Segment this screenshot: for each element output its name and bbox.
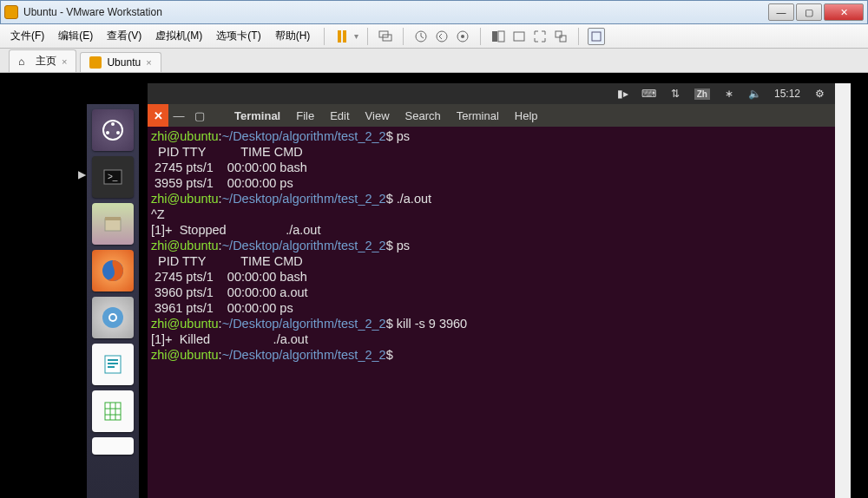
library-icon[interactable] <box>588 28 605 45</box>
terminal-maximize-button[interactable]: ▢ <box>189 104 210 127</box>
menu-edit[interactable]: 编辑(E) <box>53 25 98 47</box>
gear-icon[interactable]: ⚙ <box>812 87 826 101</box>
terminal-window: ✕ — ▢ Terminal File Edit View Search Ter… <box>148 104 835 498</box>
snapshot-icon[interactable] <box>412 28 430 45</box>
tab-ubuntu-label: Ubuntu <box>107 56 141 69</box>
svg-text:>_: >_ <box>108 172 118 181</box>
usb-icon[interactable]: ▮▸ <box>616 87 630 101</box>
terminal-titlebar[interactable]: ✕ — ▢ Terminal File Edit View Search Ter… <box>148 104 835 127</box>
volume-icon[interactable]: 🔈 <box>748 87 762 101</box>
vm-icon <box>89 56 102 69</box>
menu-tabs[interactable]: 选项卡(T) <box>211 25 266 47</box>
keyboard-icon[interactable]: ⌨ <box>642 87 656 101</box>
firefox-icon[interactable] <box>92 250 134 292</box>
terminal-minimize-button[interactable]: — <box>168 104 189 127</box>
menu-help[interactable]: 帮助(H) <box>270 25 316 47</box>
svg-rect-25 <box>108 359 118 361</box>
svg-point-15 <box>106 131 109 134</box>
files-icon[interactable] <box>92 203 134 245</box>
send-ctrl-alt-del-icon[interactable] <box>377 28 394 45</box>
minimize-button[interactable]: — <box>768 3 794 21</box>
home-icon: ⌂ <box>18 56 30 68</box>
svg-point-14 <box>116 131 120 134</box>
terminal-menu-edit[interactable]: Edit <box>325 109 354 122</box>
svg-rect-18 <box>105 219 121 231</box>
ubuntu-top-panel: ▮▸ ⌨ ⇅ Zh ∗ 🔈 15:12 ⚙ <box>148 83 835 104</box>
svg-rect-26 <box>108 363 118 364</box>
menu-view[interactable]: 查看(V) <box>102 25 147 47</box>
terminal-menu-file[interactable]: File <box>291 109 319 122</box>
tab-ubuntu[interactable]: Ubuntu × <box>80 52 161 72</box>
svg-rect-10 <box>560 36 566 42</box>
vmware-tabs: ⌂ 主页 × Ubuntu × <box>0 49 868 73</box>
tab-home[interactable]: ⌂ 主页 × <box>9 49 76 72</box>
svg-rect-19 <box>105 217 121 220</box>
writer-icon[interactable] <box>92 344 134 385</box>
terminal-icon[interactable]: >_ <box>92 156 134 198</box>
terminal-body[interactable]: zhi@ubuntu:~/Desktop/algorithm/test_2_2$… <box>148 127 835 498</box>
terminal-menu-search[interactable]: Search <box>400 109 446 122</box>
terminal-close-button[interactable]: ✕ <box>148 104 168 127</box>
svg-rect-27 <box>108 366 115 368</box>
impress-icon[interactable] <box>92 437 134 455</box>
svg-rect-28 <box>105 403 121 420</box>
close-button[interactable]: ✕ <box>824 3 864 21</box>
window-title: Ubuntu - VMware Workstation <box>23 6 768 18</box>
clock[interactable]: 15:12 <box>774 88 800 100</box>
terminal-menu-terminal[interactable]: Terminal <box>451 109 504 122</box>
maximize-button[interactable]: ▢ <box>796 3 822 21</box>
network-icon[interactable]: ⇅ <box>668 87 682 101</box>
svg-point-5 <box>461 35 464 38</box>
scrollbar[interactable] <box>835 83 851 498</box>
vmware-icon <box>4 5 18 19</box>
tab-close-icon[interactable]: × <box>146 57 151 68</box>
svg-point-3 <box>437 31 447 42</box>
tab-home-label: 主页 <box>36 54 56 69</box>
svg-rect-11 <box>592 32 601 41</box>
show-console-icon[interactable] <box>490 28 507 45</box>
window-titlebar: Ubuntu - VMware Workstation — ▢ ✕ <box>0 0 868 24</box>
separator <box>480 28 481 45</box>
ubuntu-launcher: >_ <box>87 104 139 498</box>
launcher-running-arrow: ▶ <box>78 168 86 180</box>
svg-rect-9 <box>556 31 562 37</box>
menu-file[interactable]: 文件(F) <box>5 25 49 47</box>
separator <box>367 28 368 45</box>
svg-point-23 <box>110 315 115 320</box>
separator <box>324 28 325 45</box>
dash-icon[interactable] <box>92 109 134 151</box>
unity-icon[interactable] <box>552 28 569 45</box>
tab-close-icon[interactable]: × <box>62 56 67 67</box>
thumbnails-icon[interactable] <box>510 28 528 45</box>
separator <box>578 28 579 45</box>
terminal-menu-view[interactable]: View <box>360 109 395 122</box>
svg-rect-8 <box>514 32 524 41</box>
manage-icon[interactable] <box>454 28 471 45</box>
vm-display: ▮▸ ⌨ ⇅ Zh ∗ 🔈 15:12 ⚙ >_ ▶ ✕ — ▢ Termina… <box>0 73 868 498</box>
calc-icon[interactable] <box>92 390 134 432</box>
chromium-icon[interactable] <box>92 297 134 338</box>
window-controls: — ▢ ✕ <box>768 3 864 21</box>
revert-icon[interactable] <box>433 28 450 45</box>
svg-point-13 <box>111 122 115 126</box>
ime-indicator[interactable]: Zh <box>694 88 710 100</box>
menu-vm[interactable]: 虚拟机(M) <box>150 25 207 47</box>
svg-rect-7 <box>498 31 504 42</box>
svg-rect-6 <box>492 31 497 42</box>
separator <box>403 28 404 45</box>
fullscreen-icon[interactable] <box>531 28 549 45</box>
pause-button[interactable] <box>333 28 351 45</box>
vmware-menubar: 文件(F) 编辑(E) 查看(V) 虚拟机(M) 选项卡(T) 帮助(H) ▾ <box>0 24 868 49</box>
terminal-menu-help[interactable]: Help <box>510 109 543 122</box>
bluetooth-icon[interactable]: ∗ <box>722 87 736 101</box>
terminal-title: Terminal <box>229 109 286 122</box>
